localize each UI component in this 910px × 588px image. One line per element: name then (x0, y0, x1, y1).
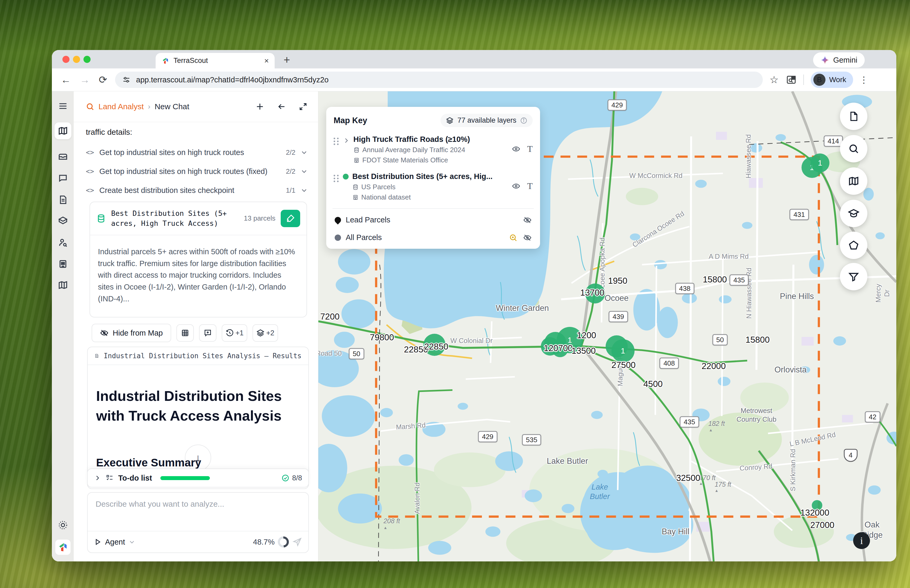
chat-step[interactable]: <>Get top industrial sites on high truck… (74, 162, 318, 181)
side-panel-icon[interactable] (786, 74, 797, 85)
visibility-off-icon[interactable] (523, 233, 532, 242)
send-icon[interactable] (293, 537, 302, 547)
parcel-cluster-marker[interactable]: 1 (611, 339, 635, 362)
new-chat-button[interactable] (255, 102, 264, 111)
map-key-toggle[interactable]: All Parcels (334, 226, 533, 244)
building-icon (352, 194, 359, 200)
todo-bar[interactable]: To-do list 8/8 (87, 468, 309, 488)
menu-icon[interactable] (58, 101, 68, 111)
url-bar[interactable]: app.terrascout.ai/map?chatId=dfrl4o0jbxn… (115, 72, 763, 88)
map-label: Lake Butler (590, 482, 610, 501)
fab-report[interactable] (840, 103, 867, 130)
route-shield: 435 (729, 274, 748, 286)
map-canvas[interactable]: 1111 Winter GardenOcoeePine HillsOrlovis… (318, 91, 896, 561)
layer-provider: National dataset (361, 193, 411, 201)
info-icon[interactable] (520, 117, 527, 124)
traffic-count-label: 22000 (701, 360, 726, 372)
todo-label: To-do list (118, 474, 152, 483)
comment-add-button[interactable] (199, 324, 217, 342)
reload-button[interactable]: ⟳ (99, 75, 107, 85)
map-key-layer: Best Distribution Sites (5+ acres, Hig..… (334, 172, 533, 201)
new-tab-button[interactable]: + (284, 54, 290, 66)
chevron-down-icon[interactable] (301, 168, 307, 175)
todo-count: 8/8 (292, 474, 302, 482)
visibility-icon[interactable] (512, 182, 520, 190)
drag-handle[interactable] (334, 175, 339, 182)
label-toggle[interactable]: T (527, 181, 533, 191)
database-icon (96, 214, 106, 223)
close-window-button[interactable] (62, 56, 70, 63)
rail-item-inbox[interactable] (58, 152, 68, 162)
profile-chip[interactable]: B Work (811, 72, 853, 88)
expand-panel-button[interactable] (299, 102, 307, 111)
site-settings-icon[interactable] (122, 75, 131, 84)
mode-selector[interactable]: Agent (94, 538, 135, 546)
history-button[interactable]: +1 (222, 324, 247, 342)
map-label: W Colonial Dr (450, 336, 492, 345)
available-layers-pill[interactable]: 77 available layers (441, 114, 533, 127)
route-shield: 439 (609, 311, 628, 322)
collapse-panel-button[interactable] (277, 102, 286, 111)
traffic-count-label: 22850 (424, 341, 448, 352)
composer-input[interactable]: Describe what you want to analyze... (88, 493, 308, 515)
chevron-down-icon[interactable] (301, 149, 307, 156)
table-view-button[interactable] (176, 324, 194, 342)
map-attribution-button[interactable]: i (853, 532, 870, 549)
map-label: Conroy Rd (739, 462, 772, 472)
map-key-layer: High Truck Traffic Roads (≥10%)Annual Av… (334, 135, 533, 164)
hide-from-map-button[interactable]: Hide from Map (92, 324, 171, 342)
theme-sun-icon[interactable] (58, 520, 68, 530)
bookmark-star-icon[interactable]: ☆ (769, 74, 779, 86)
chevron-down-icon[interactable] (301, 187, 307, 194)
fab-draw-polygon[interactable] (840, 232, 867, 259)
fab-basemap[interactable] (840, 167, 867, 195)
eye-off-icon (100, 329, 108, 337)
route-shield: 408 (659, 357, 679, 369)
profile-label: Work (829, 76, 846, 84)
traffic-count-label: 1200 (577, 330, 596, 341)
forward-button[interactable]: → (80, 75, 90, 85)
fab-filter[interactable] (840, 263, 867, 290)
map-key-toggle[interactable]: Lead Parcels (334, 209, 533, 226)
route-shield: 429 (608, 99, 627, 111)
visibility-icon[interactable] (512, 145, 520, 153)
fab-learn[interactable] (840, 200, 867, 227)
rail-item-contacts[interactable] (58, 237, 68, 247)
map-label: Avalon Rd (413, 483, 422, 514)
map-label: Pine Hills (780, 291, 814, 302)
drag-handle[interactable] (334, 138, 339, 145)
gemini-button[interactable]: Gemini (813, 52, 865, 68)
zoom-in-icon[interactable] (509, 233, 517, 242)
parcel-cluster-marker[interactable]: 1 (810, 153, 829, 173)
browser-menu-icon[interactable]: ⋮ (860, 74, 868, 85)
rail-item-documents[interactable] (58, 195, 68, 205)
terrascout-logo[interactable] (55, 540, 71, 555)
chat-step[interactable]: <>Get top industrial sites on high truck… (74, 143, 318, 162)
rail-item-datasets[interactable] (58, 216, 68, 226)
breadcrumb-agent[interactable]: Land Analyst (99, 102, 144, 111)
circle-icon (335, 234, 341, 241)
paint-layer-button[interactable] (281, 210, 300, 227)
label-toggle[interactable]: T (527, 144, 533, 154)
layers-more-button[interactable]: +2 (252, 324, 278, 342)
todo-progress-bar (160, 476, 210, 480)
rail-item-map[interactable] (55, 123, 71, 139)
rail-item-organizations[interactable] (58, 259, 68, 269)
chat-step[interactable]: <>Create best distribution sites checkpo… (74, 181, 318, 200)
minimize-window-button[interactable] (73, 56, 80, 63)
chevron-right-icon[interactable] (343, 137, 350, 144)
rail-item-chat[interactable] (58, 173, 68, 183)
zoom-window-button[interactable] (84, 56, 91, 63)
back-button[interactable]: ← (61, 75, 71, 85)
assistant-text: traffic details: (86, 128, 132, 137)
fab-search[interactable] (840, 135, 867, 162)
report-title: Industrial Distribution Sites with Truck… (96, 386, 300, 425)
rail-item-atlas[interactable] (58, 280, 68, 290)
parcel-count-badge: 13 parcels (244, 214, 275, 222)
traffic-count-label: 132000 (800, 507, 829, 518)
chat-header: Land Analyst › New Chat (74, 91, 318, 122)
browser-tab[interactable]: TerraScout × (156, 53, 275, 68)
close-tab-icon[interactable]: × (264, 57, 269, 65)
visibility-off-icon[interactable] (523, 216, 532, 224)
map-label: S Kirkman Rd (789, 449, 797, 491)
